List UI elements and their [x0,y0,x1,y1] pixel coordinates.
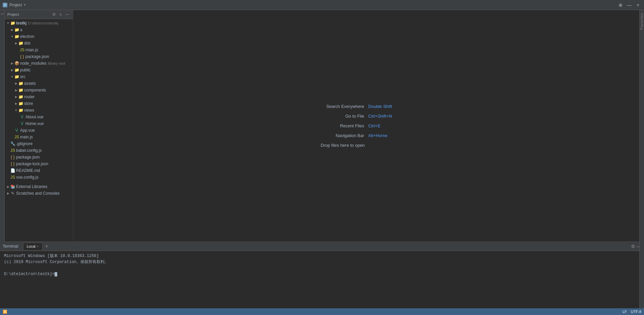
title-bar-dropdown-icon[interactable]: ▾ [24,3,26,7]
tree-item-store[interactable]: ▶ 📁 store [5,100,73,107]
electron-folder-icon: 📁 [14,34,19,39]
tree-item-package-lock-json[interactable]: { } package-lock.json [5,161,73,167]
scratches-arrow: ▶ [6,191,10,195]
node-modules-icon: 📦 [14,61,19,66]
dist-arrow: ▶ [14,41,18,45]
tree-item-package-json-electron[interactable]: { } package.json [5,53,73,60]
tree-item-about-vue[interactable]: V About.vue [5,114,73,120]
terminal-add-tab-button[interactable]: + [44,244,50,249]
router-arrow: ▶ [14,95,18,99]
tree-item-electron[interactable]: ▼ 📁 electron [5,33,73,40]
ext-libs-arrow: ▶ [6,185,10,189]
app-vue-label: App.vue [20,128,35,133]
settings-icon[interactable]: ⊕ [617,2,624,8]
status-utf8: UTF-8 [631,310,641,314]
hint-label-goto: Go to File [321,114,364,119]
store-arrow: ▶ [14,102,18,106]
tree-item-app-vue[interactable]: V App.vue [5,127,73,134]
gitignore-icon: 🔧 [10,141,15,146]
editor-area: Search Everywhere Double Shift Go to Fil… [73,10,639,241]
electron-label: electron [20,34,34,39]
hint-shortcut-recent: Ctrl+E [368,123,380,128]
hint-shortcut-nav: Alt+Home [368,133,387,138]
assets-label: assets [24,81,36,86]
home-vue-icon: V [19,121,25,126]
a-folder-icon: 📁 [14,27,19,33]
public-arrow: ▶ [10,68,14,72]
tree-item-mian-js[interactable]: JS mian.js [5,47,73,53]
favorites-label: Favorites [640,13,644,29]
panel-settings-icon[interactable]: ⚙ [51,11,57,17]
dist-folder-icon: 📁 [18,41,23,46]
tree-item-babel-config[interactable]: JS babel.config.js [5,147,73,154]
package-lock-json-icon: { } [10,161,15,167]
tree-item-public[interactable]: ▶ 📁 public [5,67,73,73]
tree-item-vue-config[interactable]: JS vue.config.js [5,174,73,181]
hint-shortcut-goto: Ctrl+Shift+N [368,114,392,119]
node-modules-label: node_modules [20,61,47,66]
tree-item-views[interactable]: ▼ 📁 views [5,107,73,114]
title-bar: P Project ▾ ⊕ — × [0,0,644,10]
tree-item-components[interactable]: ▶ 📁 components [5,87,73,93]
ext-libs-label: External Libraries [16,184,47,189]
terminal-content[interactable]: Microsoft Windows [版本 10.0.18363.1256] (… [0,251,644,308]
components-arrow: ▶ [14,88,18,92]
tree-item-src[interactable]: ▼ 📁 src [5,73,73,80]
left-strip: 1 [0,10,5,241]
terminal-line-3 [4,265,640,271]
views-arrow: ▼ [14,108,18,112]
tree-item-a[interactable]: ▶ 📁 a [5,26,73,33]
root-folder-icon: 📁 [10,20,15,26]
tree-item-scratches[interactable]: ▶ ✎ Scratches and Consoles [5,190,73,197]
tree-item-node-modules[interactable]: ▶ 📦 node_modules library root [5,60,73,67]
hint-label-search: Search Everywhere [321,104,364,109]
title-bar-left: P Project ▾ [3,3,26,7]
views-folder-icon: 📁 [18,108,23,113]
package-json-electron-label: package.json [25,54,49,59]
left-strip-label: 1 [0,13,4,15]
src-arrow: ▼ [10,75,14,79]
router-folder-icon: 📁 [18,94,23,100]
tree-item-main-js[interactable]: JS main.js [5,134,73,140]
mian-js-icon: JS [19,47,25,53]
node-modules-badge: library root [48,61,65,65]
tree-item-assets[interactable]: ▶ 📁 assets [5,80,73,87]
scratches-icon: ✎ [10,191,15,196]
store-label: store [24,101,33,106]
babel-config-icon: JS [10,148,15,153]
tree-item-readme[interactable]: 📄 README.md [5,167,73,174]
tree-root[interactable]: ▼ 📁 testkj D:\dtelectron\testkj [5,20,73,26]
assets-arrow: ▶ [14,81,18,85]
terminal-label: Terminal: [3,244,19,249]
tree-item-external-libraries[interactable]: ▶ 📚 External Libraries [5,183,73,190]
tree-item-home-vue[interactable]: V Home.vue [5,120,73,127]
tree-item-dist[interactable]: ▶ 📁 dist [5,40,73,47]
terminal-tab-close[interactable]: × [37,245,39,248]
main-layout: 1 Project ⚙ ≡ — ▼ 📁 testkj D:\dtelectron… [0,10,644,241]
panel-minimize-icon[interactable]: — [64,11,70,17]
tree-item-package-json[interactable]: { } package.json [5,154,73,161]
router-label: router [24,94,34,99]
root-arrow: ▼ [6,21,10,25]
package-lock-json-label: package-lock.json [16,162,48,166]
hint-shortcut-search: Double Shift [368,104,392,109]
tree-item-gitignore[interactable]: 🔧 .gitignore [5,140,73,147]
a-arrow: ▶ [10,28,14,32]
tree-item-router[interactable]: ▶ 📁 router [5,93,73,100]
a-label: a [20,27,22,32]
status-lf: LF [623,310,627,314]
readme-icon: 📄 [10,168,15,173]
components-folder-icon: 📁 [18,87,23,93]
close-icon[interactable]: × [635,2,641,8]
terminal-tabs-bar: Terminal: Local × + ⚙ — [0,242,644,251]
terminal-settings-icon[interactable]: ⚙ [631,244,635,249]
store-folder-icon: 📁 [18,101,23,106]
main-js-label: main.js [20,135,33,139]
vue-config-icon: JS [10,175,15,180]
terminal-tab-local[interactable]: Local × [23,243,43,250]
panel-toggle-icon[interactable]: ≡ [58,11,64,17]
collapse-icon[interactable]: — [626,2,633,8]
src-folder-icon: 📁 [14,74,19,79]
dist-label: dist [24,41,30,46]
components-label: components [24,88,46,92]
